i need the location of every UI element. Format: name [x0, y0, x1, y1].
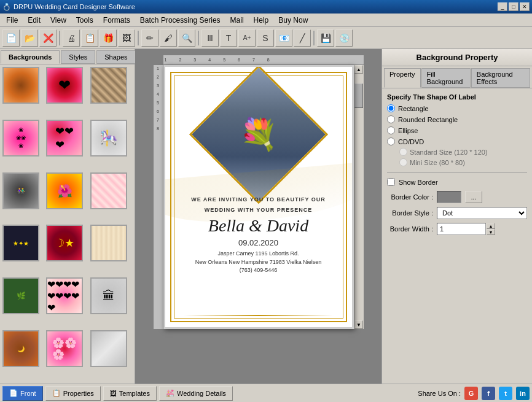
- menu-help[interactable]: Help: [249, 15, 274, 26]
- border-width-input[interactable]: [437, 223, 486, 235]
- card-address-line1: Jasper Carney 1195 Lobortis Rd.: [195, 250, 321, 258]
- bg-thumb-11[interactable]: ☽★: [46, 225, 83, 261]
- scroll-bar[interactable]: ▲ ▼: [354, 65, 364, 329]
- save-button[interactable]: 💾: [317, 29, 334, 47]
- titlebar-left: 💍 DRPU Wedding Card Designer Software: [2, 3, 135, 11]
- shape-cddvd-radio[interactable]: [387, 137, 395, 145]
- scroll-up-btn[interactable]: ▲: [354, 65, 363, 74]
- maximize-button[interactable]: □: [509, 2, 518, 11]
- menu-edit[interactable]: Edit: [23, 15, 45, 26]
- close-button[interactable]: ✕: [520, 2, 530, 11]
- facebook-share-btn[interactable]: f: [482, 387, 495, 400]
- border-color-picker-btn[interactable]: ...: [465, 191, 482, 203]
- statusbar-tab-properties[interactable]: 📋 Properties: [45, 386, 101, 401]
- menu-formats[interactable]: Formats: [98, 15, 135, 26]
- minimize-button[interactable]: _: [498, 2, 507, 11]
- bg-thumb-15[interactable]: 🏛: [90, 277, 127, 314]
- menu-file[interactable]: File: [1, 15, 23, 26]
- gift-button[interactable]: 🎁: [100, 29, 117, 47]
- barcode-button[interactable]: |||: [201, 29, 219, 47]
- bg-thumb-10[interactable]: ★✦★: [2, 225, 39, 261]
- right-panel-title: Background Property: [382, 49, 532, 66]
- card-invite-text-2: WEDDING WITH YOUR PRESENCE: [205, 206, 312, 214]
- menu-batch[interactable]: Batch Processing Series: [135, 15, 225, 26]
- new-button[interactable]: 📄: [2, 29, 20, 47]
- bg-thumb-18[interactable]: [90, 330, 127, 367]
- disc-button[interactable]: 💿: [335, 29, 353, 47]
- templates-icon: 🖼: [110, 390, 117, 397]
- bg-thumb-7[interactable]: 👫: [2, 172, 39, 209]
- bg-thumb-13[interactable]: 🌿: [2, 277, 39, 314]
- shape-rounded-label[interactable]: Rounded Rectangle: [398, 116, 458, 123]
- twitter-share-btn[interactable]: t: [499, 387, 512, 400]
- border-width-down-btn[interactable]: ▼: [487, 229, 495, 235]
- share-area: Share Us On : G f t in: [418, 387, 530, 400]
- border-color-swatch[interactable]: [437, 191, 461, 203]
- delete-button[interactable]: ❌: [39, 29, 57, 47]
- bg-thumb-8[interactable]: 🌺: [46, 172, 83, 209]
- show-border-checkbox[interactable]: [387, 178, 395, 186]
- side-ruler: 12345678: [154, 65, 163, 329]
- menu-view[interactable]: View: [45, 15, 71, 26]
- cd-standard-label: Standard Size (120 * 120): [410, 149, 488, 156]
- draw-button[interactable]: ✏: [141, 29, 158, 47]
- cd-mini-radio[interactable]: [399, 158, 407, 166]
- scroll-down-btn[interactable]: ▼: [354, 320, 363, 329]
- menu-mail[interactable]: Mail: [225, 15, 249, 26]
- shape-rectangle-label[interactable]: Rectangle: [398, 105, 429, 112]
- canvas-area[interactable]: 12345678 12345678: [135, 49, 381, 384]
- statusbar-tab-wedding-details[interactable]: 💒 Wedding Details: [159, 386, 233, 401]
- bg-thumb-5[interactable]: ❤❤❤: [46, 120, 83, 157]
- google-share-btn[interactable]: G: [464, 387, 478, 400]
- tab-styles[interactable]: Styles: [61, 50, 95, 64]
- border-width-up-btn[interactable]: ▲: [487, 223, 495, 229]
- print-button[interactable]: 🖨: [63, 29, 80, 47]
- bg-thumb-1[interactable]: [2, 67, 39, 104]
- text2-button[interactable]: A+: [238, 29, 256, 47]
- shape-ellipse-radio[interactable]: [387, 126, 395, 134]
- titlebar-controls[interactable]: _ □ ✕: [498, 2, 530, 11]
- shape-rectangle-radio[interactable]: [387, 104, 395, 112]
- scroll-thumb[interactable]: [354, 83, 363, 108]
- shape-cddvd-label[interactable]: CD/DVD: [398, 138, 424, 145]
- toolbar-sep-2: [138, 31, 139, 45]
- border-style-select[interactable]: Dot Solid Dash DashDot DashDotDot: [437, 207, 527, 219]
- bg-thumb-16[interactable]: 🌙: [2, 330, 39, 367]
- show-border-label[interactable]: Show Border: [399, 179, 438, 186]
- brush-button[interactable]: 🖌: [160, 29, 177, 47]
- tab-fill-background[interactable]: Fill Background: [421, 68, 471, 88]
- bg-thumb-6[interactable]: 🎠: [90, 120, 127, 157]
- bg-thumb-4[interactable]: ❀❀❀❀: [2, 120, 39, 157]
- bg-thumb-12[interactable]: [90, 225, 127, 261]
- main-layout: Backgrounds Styles Shapes ❤ ❀❀❀❀ ❤❤❤ 🎠 👫…: [0, 49, 532, 384]
- statusbar-tab-templates[interactable]: 🖼 Templates: [103, 386, 157, 401]
- shape-ellipse-label[interactable]: Ellipse: [398, 127, 418, 134]
- menu-buy[interactable]: Buy Now: [273, 15, 313, 26]
- bg-thumb-9[interactable]: [90, 172, 127, 209]
- text-button[interactable]: T: [220, 29, 237, 47]
- bg-thumb-17[interactable]: 🌸🌸🌸: [46, 330, 83, 367]
- image2-button[interactable]: 🔍: [178, 29, 195, 47]
- bg-thumb-14[interactable]: ❤❤❤❤❤❤❤❤❤: [46, 277, 83, 314]
- mail-button[interactable]: 📧: [275, 29, 292, 47]
- tab-shapes[interactable]: Shapes: [96, 50, 135, 64]
- bg-thumb-3[interactable]: [90, 67, 127, 104]
- symbol-button[interactable]: S: [257, 29, 274, 47]
- linkedin-share-btn[interactable]: in: [516, 387, 530, 400]
- line-button[interactable]: ╱: [294, 29, 311, 47]
- border-color-row: Border Color : ...: [387, 191, 527, 203]
- right-content: Specify The Shape Of Label Rectangle Rou…: [382, 88, 532, 384]
- right-panel: Background Property Property Fill Backgr…: [381, 49, 532, 384]
- cd-standard-radio[interactable]: [399, 148, 407, 156]
- image-button[interactable]: 🖼: [118, 29, 135, 47]
- tab-backgrounds[interactable]: Backgrounds: [1, 50, 60, 64]
- open-button[interactable]: 📂: [21, 29, 38, 47]
- menu-tools[interactable]: Tools: [71, 15, 98, 26]
- wedding-card[interactable]: 💐 WE ARE INVITING YOU TO BEAUTIFY OUR WE…: [163, 65, 354, 329]
- statusbar-tab-front[interactable]: 📄 Front: [2, 386, 43, 401]
- copy-page-button[interactable]: 📋: [81, 29, 98, 47]
- shape-rounded-radio[interactable]: [387, 115, 395, 123]
- tab-background-effects[interactable]: Background Effects: [471, 68, 530, 88]
- bg-thumb-2[interactable]: ❤: [46, 67, 83, 104]
- tab-property[interactable]: Property: [384, 68, 421, 88]
